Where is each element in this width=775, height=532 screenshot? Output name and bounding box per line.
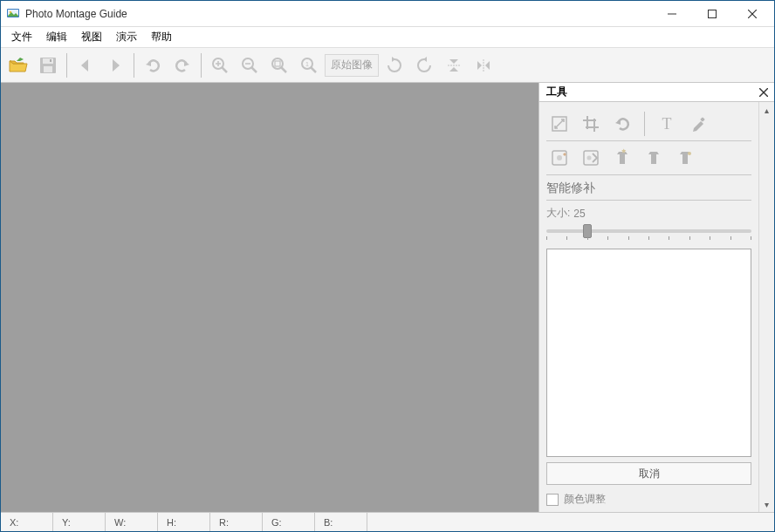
size-value: 25 [573,208,585,220]
scroll-up-icon[interactable]: ▴ [759,102,774,118]
settings-tool-button[interactable] [685,111,711,137]
toolbar-separator [134,53,134,78]
size-label: 大小: [546,206,570,221]
maximize-button[interactable] [692,1,732,27]
menu-file[interactable]: 文件 [6,28,38,46]
panel-header: 工具 [539,83,774,102]
crop-tool-button[interactable] [578,111,604,137]
rotate-ccw-button[interactable] [410,51,438,79]
menu-edit[interactable]: 编辑 [41,28,72,46]
scroll-down-icon[interactable]: ▾ [759,496,774,512]
size-row: 大小: 25 [546,201,751,222]
minimize-button[interactable] [652,1,692,27]
svg-rect-4 [709,10,717,17]
redo-button[interactable] [168,51,196,79]
svg-rect-20 [275,61,280,66]
undo-button[interactable] [139,51,167,79]
toolbar-separator [201,53,202,78]
tool-panel: 工具 [538,83,774,512]
smart-remove-button[interactable] [578,145,604,171]
wizard-3-button[interactable] [672,145,698,171]
statusbar: X: Y: W: H: R: G: B: [1,512,774,531]
zoom-in-button[interactable] [206,51,234,79]
svg-line-12 [222,67,227,72]
svg-point-38 [587,156,592,160]
svg-rect-8 [43,58,53,64]
svg-point-39 [688,152,691,155]
tool-row-2 [546,141,751,175]
status-b: B: [315,513,367,531]
menu-view[interactable]: 视图 [76,28,107,46]
tool-separator [644,112,645,136]
flip-vertical-button[interactable] [440,51,468,79]
close-button[interactable] [732,1,772,27]
original-image-button[interactable]: 原始图像 [325,54,379,77]
status-spacer [367,513,774,531]
zoom-actual-button[interactable]: 1 [295,51,323,79]
panel-scrollbar[interactable]: ▴ ▾ [758,102,774,512]
svg-line-22 [311,67,316,72]
svg-text:1: 1 [305,61,309,67]
section-title: 智能修补 [546,175,751,201]
open-button[interactable] [4,51,32,79]
main-area: 工具 [1,83,774,512]
menu-demo[interactable]: 演示 [111,28,142,46]
resize-tool-button[interactable] [546,111,573,137]
status-y: Y: [53,513,106,531]
wizard-1-button[interactable] [609,145,635,171]
status-r: R: [210,513,263,531]
zoom-out-button[interactable] [236,51,264,79]
forward-button[interactable] [101,51,129,79]
save-button[interactable] [34,51,62,79]
status-h: H: [158,513,210,531]
svg-point-36 [557,155,562,160]
smart-patch-button[interactable] [546,145,573,171]
titlebar: Photo Montage Guide [1,1,774,27]
svg-rect-10 [50,59,51,62]
zoom-fit-button[interactable] [265,51,293,79]
text-tool-button[interactable]: T [654,111,680,137]
rotate-cw-button[interactable] [381,51,408,79]
color-adjust-checkbox[interactable] [546,494,559,506]
toolbar-separator [66,53,67,78]
color-adjust-label: 颜色调整 [564,492,606,507]
preview-box [546,249,751,457]
back-button[interactable] [72,51,99,79]
app-icon [6,7,20,21]
panel-close-button[interactable] [757,85,771,99]
svg-line-16 [251,67,257,72]
svg-rect-34 [700,117,705,122]
status-g: G: [263,513,315,531]
svg-rect-9 [44,66,52,72]
window-title: Photo Montage Guide [25,8,652,20]
menubar: 文件 编辑 视图 演示 帮助 [1,27,774,48]
window-controls [652,1,772,27]
color-adjust-row: 颜色调整 [546,490,751,510]
status-x: X: [1,513,53,531]
wizard-2-button[interactable] [641,145,667,171]
toolbar: 1 原始图像 [1,48,774,83]
svg-line-19 [281,67,286,72]
status-w: W: [106,513,158,531]
undo-tool-button[interactable] [609,111,635,137]
menu-help[interactable]: 帮助 [146,28,177,46]
panel-title: 工具 [546,85,567,99]
canvas[interactable] [1,83,538,512]
flip-horizontal-button[interactable] [470,51,497,79]
svg-text:T: T [662,115,672,133]
size-slider[interactable] [546,222,751,243]
cancel-button[interactable]: 取消 [546,462,751,485]
tool-row-1: T [546,107,751,141]
